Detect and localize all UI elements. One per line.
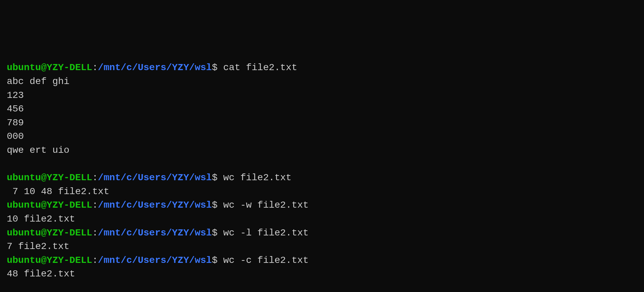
terminal-line: 10 file2.txt xyxy=(7,212,637,226)
prompt-colon: : xyxy=(92,228,98,238)
terminal-output[interactable]: ubuntu@YZY-DELL:/mnt/c/Users/YZY/wsl$ ca… xyxy=(7,61,637,281)
prompt-user-host: ubuntu@YZY-DELL xyxy=(7,200,92,210)
prompt-path: /mnt/c/Users/YZY/wsl xyxy=(98,255,212,266)
output-text: abc def ghi xyxy=(7,76,69,87)
prompt-dollar: $ xyxy=(212,228,218,238)
output-text: 10 file2.txt xyxy=(7,214,75,224)
output-text: 7 10 48 file2.txt xyxy=(7,186,109,197)
prompt-colon: : xyxy=(92,255,98,266)
prompt-path: /mnt/c/Users/YZY/wsl xyxy=(98,228,212,238)
command-text: wc file2.txt xyxy=(218,172,291,183)
terminal-line: 48 file2.txt xyxy=(7,267,637,281)
terminal-line: 789 xyxy=(7,116,637,130)
prompt-path: /mnt/c/Users/YZY/wsl xyxy=(98,172,212,183)
prompt-colon: : xyxy=(92,172,98,183)
output-text: 48 file2.txt xyxy=(7,269,75,279)
prompt-path: /mnt/c/Users/YZY/wsl xyxy=(98,62,212,73)
command-text: wc -l file2.txt xyxy=(218,228,309,238)
terminal-line: 000 xyxy=(7,130,637,144)
terminal-line: 7 file2.txt xyxy=(7,240,637,254)
output-text xyxy=(7,159,13,169)
terminal-line: qwe ert uio xyxy=(7,144,637,158)
command-text: wc -c file2.txt xyxy=(218,255,309,266)
terminal-line: ubuntu@YZY-DELL:/mnt/c/Users/YZY/wsl$ wc… xyxy=(7,226,637,240)
prompt-dollar: $ xyxy=(212,62,218,73)
terminal-line: abc def ghi xyxy=(7,75,637,89)
terminal-line: 7 10 48 file2.txt xyxy=(7,185,637,199)
prompt-path: /mnt/c/Users/YZY/wsl xyxy=(98,200,212,210)
prompt-user-host: ubuntu@YZY-DELL xyxy=(7,228,92,238)
prompt-user-host: ubuntu@YZY-DELL xyxy=(7,172,92,183)
terminal-line: ubuntu@YZY-DELL:/mnt/c/Users/YZY/wsl$ wc… xyxy=(7,171,637,185)
terminal-line: 123 xyxy=(7,89,637,103)
output-text: qwe ert uio xyxy=(7,145,69,155)
output-text: 789 xyxy=(7,118,24,128)
terminal-line: ubuntu@YZY-DELL:/mnt/c/Users/YZY/wsl$ ca… xyxy=(7,61,637,75)
output-text: 123 xyxy=(7,90,24,101)
prompt-dollar: $ xyxy=(212,172,218,183)
terminal-line: 456 xyxy=(7,102,637,116)
terminal-line: ubuntu@YZY-DELL:/mnt/c/Users/YZY/wsl$ wc… xyxy=(7,199,637,212)
command-text: wc -w file2.txt xyxy=(218,200,309,210)
command-text: cat file2.txt xyxy=(218,62,297,73)
prompt-user-host: ubuntu@YZY-DELL xyxy=(7,255,92,266)
prompt-user-host: ubuntu@YZY-DELL xyxy=(7,62,92,73)
output-text: 456 xyxy=(7,104,24,114)
prompt-colon: : xyxy=(92,62,98,73)
output-text: 7 file2.txt xyxy=(7,241,69,252)
prompt-dollar: $ xyxy=(212,200,218,210)
output-text: 000 xyxy=(7,131,24,142)
terminal-line xyxy=(7,158,637,171)
prompt-dollar: $ xyxy=(212,255,218,266)
terminal-line: ubuntu@YZY-DELL:/mnt/c/Users/YZY/wsl$ wc… xyxy=(7,254,637,268)
prompt-colon: : xyxy=(92,200,98,210)
